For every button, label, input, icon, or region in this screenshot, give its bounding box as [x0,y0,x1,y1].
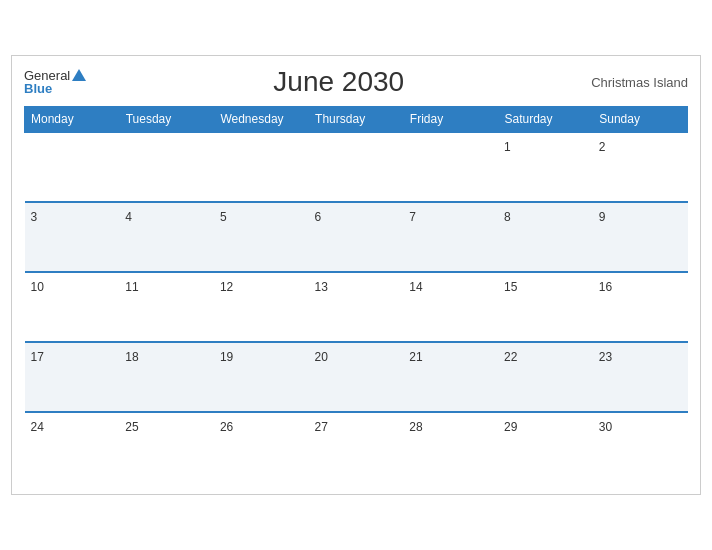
calendar-cell: 5 [214,202,309,272]
day-number: 30 [599,420,612,434]
calendar: General Blue June 2030 Christmas Island … [11,55,701,495]
calendar-region: Christmas Island [591,75,688,90]
day-number: 5 [220,210,227,224]
calendar-cell [25,132,120,202]
calendar-cell: 27 [309,412,404,482]
week-row-1: 12 [25,132,688,202]
weekday-header-friday: Friday [403,107,498,133]
day-number: 17 [31,350,44,364]
weekday-header-sunday: Sunday [593,107,688,133]
week-row-5: 24252627282930 [25,412,688,482]
week-row-4: 17181920212223 [25,342,688,412]
logo-triangle-icon [72,69,86,81]
day-number: 1 [504,140,511,154]
week-row-2: 3456789 [25,202,688,272]
calendar-cell: 29 [498,412,593,482]
calendar-cell: 26 [214,412,309,482]
calendar-cell: 15 [498,272,593,342]
calendar-header: General Blue June 2030 Christmas Island [24,66,688,98]
calendar-cell: 25 [119,412,214,482]
calendar-cell: 17 [25,342,120,412]
calendar-cell: 10 [25,272,120,342]
day-number: 11 [125,280,138,294]
day-number: 21 [409,350,422,364]
calendar-cell: 11 [119,272,214,342]
day-number: 19 [220,350,233,364]
day-number: 4 [125,210,132,224]
logo-blue-text: Blue [24,82,52,95]
day-number: 3 [31,210,38,224]
day-number: 7 [409,210,416,224]
calendar-cell: 9 [593,202,688,272]
day-number: 20 [315,350,328,364]
calendar-cell: 22 [498,342,593,412]
day-number: 16 [599,280,612,294]
calendar-cell: 23 [593,342,688,412]
logo: General Blue [24,69,86,95]
weekday-header-thursday: Thursday [309,107,404,133]
day-number: 23 [599,350,612,364]
calendar-cell: 7 [403,202,498,272]
day-number: 29 [504,420,517,434]
day-number: 8 [504,210,511,224]
calendar-cell: 20 [309,342,404,412]
calendar-cell [309,132,404,202]
calendar-cell: 24 [25,412,120,482]
week-row-3: 10111213141516 [25,272,688,342]
calendar-cell: 1 [498,132,593,202]
calendar-cell: 30 [593,412,688,482]
weekday-header-monday: Monday [25,107,120,133]
calendar-cell: 19 [214,342,309,412]
day-number: 26 [220,420,233,434]
calendar-cell [403,132,498,202]
calendar-cell: 8 [498,202,593,272]
calendar-cell: 18 [119,342,214,412]
day-number: 10 [31,280,44,294]
weekday-header-tuesday: Tuesday [119,107,214,133]
calendar-cell: 13 [309,272,404,342]
calendar-cell: 21 [403,342,498,412]
day-number: 22 [504,350,517,364]
day-number: 6 [315,210,322,224]
day-number: 18 [125,350,138,364]
calendar-cell: 12 [214,272,309,342]
day-number: 2 [599,140,606,154]
calendar-cell: 28 [403,412,498,482]
calendar-table: MondayTuesdayWednesdayThursdayFridaySatu… [24,106,688,482]
calendar-cell [119,132,214,202]
weekday-header-wednesday: Wednesday [214,107,309,133]
calendar-cell: 2 [593,132,688,202]
calendar-title: June 2030 [273,66,404,98]
day-number: 25 [125,420,138,434]
calendar-cell: 6 [309,202,404,272]
day-number: 15 [504,280,517,294]
calendar-cell: 16 [593,272,688,342]
day-number: 13 [315,280,328,294]
calendar-cell: 4 [119,202,214,272]
day-number: 24 [31,420,44,434]
calendar-cell [214,132,309,202]
calendar-cell: 3 [25,202,120,272]
day-number: 12 [220,280,233,294]
calendar-cell: 14 [403,272,498,342]
weekday-header-saturday: Saturday [498,107,593,133]
day-number: 27 [315,420,328,434]
day-number: 14 [409,280,422,294]
day-number: 9 [599,210,606,224]
day-number: 28 [409,420,422,434]
weekday-header-row: MondayTuesdayWednesdayThursdayFridaySatu… [25,107,688,133]
